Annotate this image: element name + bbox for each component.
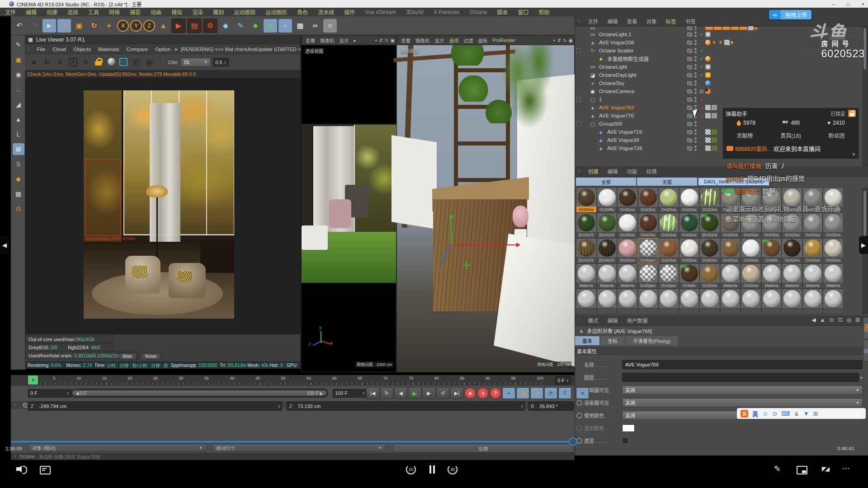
position-field[interactable]: Z-249.794 cm (28, 401, 282, 411)
vp1-menu-item[interactable]: 显示 (337, 37, 351, 44)
transport-button[interactable]: + (502, 387, 515, 399)
tag-thumbnail-icon[interactable] (705, 89, 711, 94)
pass-tab-main[interactable]: Main (118, 353, 137, 360)
object-name[interactable]: AVE Vogue208 (599, 40, 634, 45)
layer-input[interactable] (622, 373, 859, 382)
object-manager-menu-item[interactable]: 标签 (661, 18, 681, 25)
vp2-menu-item[interactable]: 选项 (447, 37, 461, 44)
live-viewer-tool-icon[interactable] (94, 58, 104, 67)
mode-icon[interactable]: ∴ (13, 84, 24, 95)
material-layer-tab[interactable]: 无层 (637, 178, 697, 186)
live-viewer-menu-item[interactable]: Materials (94, 47, 123, 52)
layer-toggle-icon[interactable] (686, 40, 693, 46)
channel-dropdown[interactable]: DL▼ (181, 58, 211, 67)
menu-item[interactable]: 运动跟踪 (229, 8, 260, 16)
mode-icon[interactable]: L (13, 128, 24, 140)
tag-thumbnail-icon[interactable] (740, 27, 747, 30)
layer-toggle-icon[interactable] (686, 48, 693, 54)
tag-thumbnail-icon[interactable] (712, 113, 717, 118)
live-viewer-menu-item[interactable]: Cloud (49, 47, 70, 52)
menu-item[interactable]: 渲染 (187, 8, 208, 16)
dock-tab-attributes[interactable]: 属性 (863, 317, 868, 339)
prev-arrow[interactable]: ◀ (0, 236, 9, 254)
tag-thumbnail-icon[interactable] (712, 105, 717, 110)
mic-icon[interactable]: ⊙ (772, 410, 777, 417)
toolbar-icon[interactable]: ♣ (249, 19, 262, 33)
editor-visibility-dropdown[interactable]: 关闭▼ (622, 385, 863, 394)
mode-icon[interactable]: ⊞ (13, 143, 24, 155)
material-swatch[interactable]: Materia (761, 263, 782, 289)
toolbar-icon[interactable]: ▲ (156, 19, 170, 33)
panel-tab[interactable]: 贵宾(18) (780, 131, 801, 139)
transport-button[interactable]: Ⓟ (544, 387, 557, 399)
menu-item[interactable]: 3DtoAll (401, 9, 429, 15)
material-swatch[interactable]: Materia (782, 263, 802, 289)
material-swatch[interactable] (741, 289, 761, 314)
live-viewer-tool-icon[interactable]: ∗ (29, 58, 38, 67)
tag-thumbnail-icon[interactable] (712, 145, 717, 151)
material-swatch[interactable]: OctGlos (617, 188, 638, 213)
tag-thumbnail-icon[interactable] (705, 105, 711, 110)
vp1-nav-icon[interactable]: + (375, 38, 377, 43)
toolbar-icon[interactable]: ↻ (87, 19, 101, 33)
material-swatch[interactable]: OctGlos (802, 238, 823, 263)
material-swatch[interactable] (576, 289, 597, 314)
material-swatch[interactable] (597, 289, 618, 314)
transport-button[interactable]: ↻ (380, 387, 393, 399)
tag-thumbnail-icon[interactable] (731, 41, 733, 44)
drag-upload-button[interactable]: ∞ 拖拽上传 (769, 10, 811, 19)
object-name[interactable]: AVE Vogue39 (607, 137, 639, 143)
dock-tab-layers[interactable]: 层 (863, 340, 868, 361)
mode-icon[interactable]: ✎ (13, 39, 24, 51)
material-swatch[interactable] (720, 289, 741, 314)
menu-item[interactable]: X-Particles (429, 9, 465, 15)
toolbar-icon[interactable]: ▶ (171, 19, 186, 33)
menu-item[interactable]: 雕刻 (208, 8, 229, 16)
layer-toggle-icon[interactable] (686, 32, 693, 38)
material-swatch[interactable] (802, 289, 823, 314)
object-name[interactable]: OctaneSky (599, 80, 624, 86)
material-swatch[interactable]: Materia (720, 263, 741, 289)
tag-thumbnail-icon[interactable] (705, 72, 711, 78)
name-input[interactable]: AVE Vogue769 (622, 360, 863, 369)
attribute-menu-item[interactable]: 用户数据 (623, 317, 652, 324)
tag-thumbnail-icon[interactable] (705, 113, 711, 118)
enable-state-icon[interactable]: ● (699, 114, 704, 118)
expand-toggle-icon[interactable]: − (576, 48, 581, 53)
transport-button[interactable]: ▣ (516, 387, 529, 399)
menu-item[interactable]: 窗口 (513, 8, 534, 16)
material-swatch[interactable]: OctGlos (699, 263, 720, 289)
tag-thumbnail-icon[interactable] (755, 27, 757, 30)
toolbar-icon[interactable]: ♣ (264, 19, 277, 33)
material-swatch[interactable]: OctGlos (741, 238, 761, 263)
menu-item[interactable]: Vue xStream (360, 9, 401, 15)
next-arrow[interactable]: ▶ (859, 236, 868, 254)
layer-toggle-icon[interactable] (686, 129, 693, 135)
forward-30-button[interactable]: 30 (448, 465, 458, 474)
material-swatch[interactable]: OctSpec (658, 263, 679, 289)
attribute-header-icon[interactable]: ◎ (846, 317, 851, 323)
panel-tab[interactable]: 贡献榜 (736, 131, 753, 139)
vp1-menu-item[interactable]: 摄像机 (318, 37, 337, 44)
mode-icon[interactable]: S (13, 158, 24, 170)
material-layer-tab[interactable]: 全部 (576, 178, 636, 186)
toolbar-icon[interactable]: ⚙ (203, 19, 217, 33)
tag-thumbnail-icon[interactable] (712, 40, 717, 45)
visibility-dots-icon[interactable] (694, 32, 697, 37)
material-swatch[interactable]: MIX OctMix (761, 238, 782, 263)
close-button[interactable]: × (862, 1, 864, 7)
live-viewer-menu-item[interactable]: File (33, 47, 49, 52)
material-swatch[interactable]: OctDiffu (597, 188, 618, 213)
live-viewer-menu-item[interactable]: Option (151, 47, 174, 52)
toolbar-icon[interactable]: ▣ (72, 19, 86, 33)
transport-button[interactable]: ≡ (576, 387, 589, 399)
tag-thumbnail-icon[interactable] (712, 137, 717, 143)
material-swatch[interactable]: OctGlos (782, 238, 802, 263)
live-viewer-tool-icon[interactable]: ⚙ (81, 58, 90, 67)
material-swatch[interactable] (658, 289, 679, 314)
vp1-menu-item[interactable]: 查看 (303, 37, 317, 44)
maximize-button[interactable]: □ (847, 1, 850, 7)
tag-thumbnail-icon[interactable] (712, 129, 717, 135)
vp2-object-axis[interactable] (424, 214, 524, 273)
rewind-10-button[interactable]: 10 (406, 465, 416, 474)
